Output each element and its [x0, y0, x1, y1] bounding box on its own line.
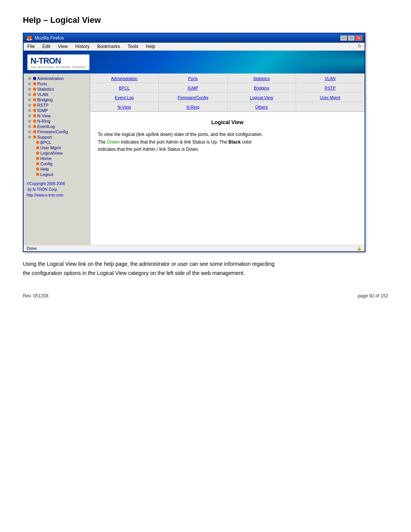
titlebar-left: 🦊 Mozilla Firefox	[26, 35, 64, 41]
nav-link-firmware[interactable]: Firmware/Config	[178, 95, 209, 100]
sidebar-item-logicalview[interactable]: LogicalView	[25, 150, 88, 156]
restore-button[interactable]: □	[348, 35, 355, 41]
status-icon: 🔒	[357, 246, 362, 251]
nav-grid: Administration Ports Statistics VLAN BPC…	[90, 73, 365, 112]
menu-tools[interactable]: Tools	[127, 43, 139, 50]
content-title: Logical View	[98, 118, 357, 126]
bullet-icon	[33, 98, 36, 101]
nav-cell-administration: Administration	[90, 73, 159, 83]
right-panel: Administration Ports Statistics VLAN BPC…	[90, 73, 365, 245]
bullet-icon	[33, 120, 36, 123]
sidebar: ⊞ Administration ⊞ Ports ⊞ Statistics ⊞ …	[24, 73, 90, 245]
sidebar-item-nring[interactable]: ⊞ N-Ring	[25, 118, 88, 124]
sidebar-item-home[interactable]: Home	[25, 156, 88, 161]
sidebar-item-firmware[interactable]: ⊞ Firmware/Config	[25, 129, 88, 134]
browser-menubar: File Edit View History Bookmarks Tools H…	[24, 43, 365, 51]
sidebar-label: Help	[40, 167, 49, 171]
bullet-icon	[33, 77, 36, 80]
sidebar-item-logout[interactable]: Logout	[25, 172, 88, 177]
sidebar-label: Firmware/Config	[37, 129, 68, 134]
expand-icon: ⊞	[28, 82, 32, 86]
sidebar-item-eventlog[interactable]: ⊞ EventLog	[25, 124, 88, 129]
sidebar-item-vlan[interactable]: ⊞ VLAN	[25, 92, 88, 97]
nav-cell-rstp: RSTP	[296, 83, 365, 93]
sidebar-item-nview[interactable]: ⊞ N-View	[25, 113, 88, 118]
sidebar-label: Administration	[37, 76, 64, 81]
bullet-icon	[33, 125, 36, 128]
nav-link-rstp[interactable]: RSTP	[325, 86, 336, 90]
expand-icon: ⊞	[28, 103, 32, 107]
sidebar-item-help[interactable]: Help	[25, 166, 88, 172]
close-button[interactable]: ✕	[355, 35, 362, 41]
nav-link-usermgmt[interactable]: User Mgmt	[320, 95, 340, 100]
sidebar-item-usermgmt[interactable]: User Mgmt	[25, 145, 88, 150]
nav-link-nring[interactable]: N-Ring	[186, 105, 199, 109]
bullet-icon	[36, 162, 39, 165]
nav-link-bridging[interactable]: Bridging	[254, 86, 269, 90]
content-para3: indicates that the port Admin / link Sta…	[98, 146, 357, 153]
sidebar-item-statistics[interactable]: ⊞ Statistics	[25, 86, 88, 92]
bullet-icon	[33, 130, 36, 133]
sidebar-item-config[interactable]: Config	[25, 161, 88, 166]
menu-view[interactable]: View	[57, 43, 68, 50]
header-banner: N-TRON THE INDUSTRIAL NETWORK COMPANY	[24, 51, 365, 73]
browser-window: 🦊 Mozilla Firefox – □ ✕ File Edit View H…	[23, 33, 365, 252]
nav-cell-igmp: IGMP	[159, 83, 227, 93]
sidebar-item-support[interactable]: ⊞ Support	[25, 134, 88, 140]
expand-icon: ⊞	[28, 109, 32, 112]
browser-titlebar: 🦊 Mozilla Firefox – □ ✕	[24, 34, 365, 43]
para2-color: color	[241, 139, 252, 145]
para2-mid: indicates that the port Admin & link Sta…	[119, 139, 228, 145]
para2-prefix: The	[98, 139, 107, 145]
description-line1: Using the Logical View link on the help …	[23, 261, 274, 267]
menu-history[interactable]: History	[75, 43, 90, 50]
sidebar-label: BPCL	[40, 140, 51, 145]
sidebar-label: User Mgmt	[40, 145, 61, 150]
browser-title: Mozilla Firefox	[35, 35, 64, 41]
nav-link-igmp[interactable]: IGMP	[188, 86, 198, 90]
expand-icon: ⊞	[28, 87, 32, 91]
menu-edit[interactable]: Edit	[41, 43, 51, 50]
nav-link-statistics[interactable]: Statistics	[253, 76, 270, 81]
nav-cell-nview: N-View	[90, 102, 159, 112]
menu-bookmarks[interactable]: Bookmarks	[96, 43, 121, 50]
firefox-icon: 🦊	[26, 35, 32, 41]
nav-link-administration[interactable]: Administration	[111, 76, 138, 81]
nav-link-ports[interactable]: Ports	[188, 76, 198, 81]
ntron-logo: N-TRON THE INDUSTRIAL NETWORK COMPANY	[27, 54, 89, 70]
bullet-icon	[36, 146, 39, 149]
content-para2: The Green indicates that the port Admin …	[98, 139, 357, 146]
bullet-icon	[33, 104, 36, 107]
bullet-icon	[33, 114, 36, 117]
sidebar-item-ports[interactable]: ⊞ Ports	[25, 81, 88, 86]
bullet-icon	[36, 152, 39, 155]
nav-link-eventlog[interactable]: Event Log	[115, 95, 134, 100]
nav-link-vlan[interactable]: VLAN	[325, 76, 336, 81]
para2-green: Green	[107, 139, 119, 145]
bullet-icon	[33, 109, 36, 112]
status-bar: Done 🔒	[24, 245, 365, 251]
minimize-button[interactable]: –	[340, 35, 347, 41]
sidebar-label: Bridging	[37, 97, 53, 102]
content-para1: To view the logical (link up/link down) …	[98, 131, 357, 138]
expand-icon: ⊞	[28, 114, 32, 118]
nav-link-logicalview[interactable]: Logical View	[250, 95, 273, 100]
sidebar-item-igmp[interactable]: ⊞ IGMP	[25, 108, 88, 113]
sidebar-item-bpcl[interactable]: BPCL	[25, 140, 88, 145]
nav-link-bpcl[interactable]: BPCL	[119, 86, 130, 90]
expand-icon: ⊞	[28, 135, 32, 139]
nav-link-nview[interactable]: N-View	[118, 105, 131, 109]
sidebar-item-bridging[interactable]: ⊞ Bridging	[25, 97, 88, 102]
main-content: ⊞ Administration ⊞ Ports ⊞ Statistics ⊞ …	[24, 73, 365, 245]
page-title: Help – Logical View	[23, 15, 388, 25]
para2-bold: Black	[228, 139, 241, 145]
menu-help[interactable]: Help	[145, 43, 156, 50]
nav-link-others[interactable]: Others	[255, 105, 268, 109]
bullet-icon	[33, 82, 36, 85]
sidebar-label: N-View	[37, 113, 51, 118]
titlebar-buttons: – □ ✕	[340, 35, 362, 41]
sidebar-item-rstp[interactable]: ⊞ RSTP	[25, 102, 88, 108]
menu-file[interactable]: File	[27, 43, 35, 50]
sidebar-label: Statistics	[37, 87, 54, 91]
sidebar-item-administration[interactable]: ⊞ Administration	[25, 76, 88, 81]
